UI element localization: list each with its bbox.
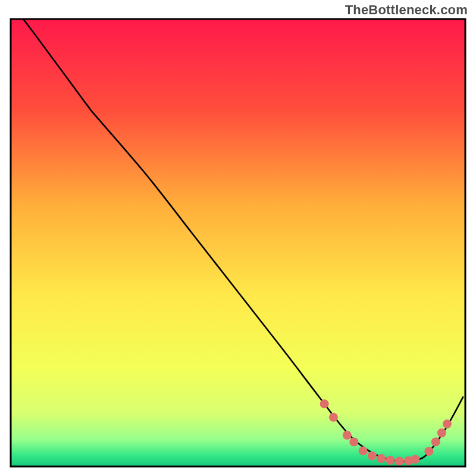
marker-dot: [431, 437, 440, 446]
marker-dot: [320, 399, 329, 408]
marker-dot: [329, 413, 338, 422]
marker-dot: [424, 447, 433, 456]
marker-dot: [343, 431, 352, 440]
marker-dot: [411, 455, 419, 464]
watermark-text: TheBottleneck.com: [345, 2, 468, 18]
marker-dot: [349, 437, 358, 446]
marker-dot: [395, 456, 404, 465]
chart-frame: TheBottleneck.com: [0, 0, 476, 476]
marker-dot: [443, 419, 452, 428]
marker-dot: [386, 456, 394, 465]
marker-dot: [437, 428, 446, 437]
gradient-background: [11, 19, 465, 466]
marker-dot: [368, 451, 377, 460]
marker-dot: [377, 454, 386, 463]
marker-dot: [359, 446, 368, 455]
chart-svg: [0, 0, 476, 476]
